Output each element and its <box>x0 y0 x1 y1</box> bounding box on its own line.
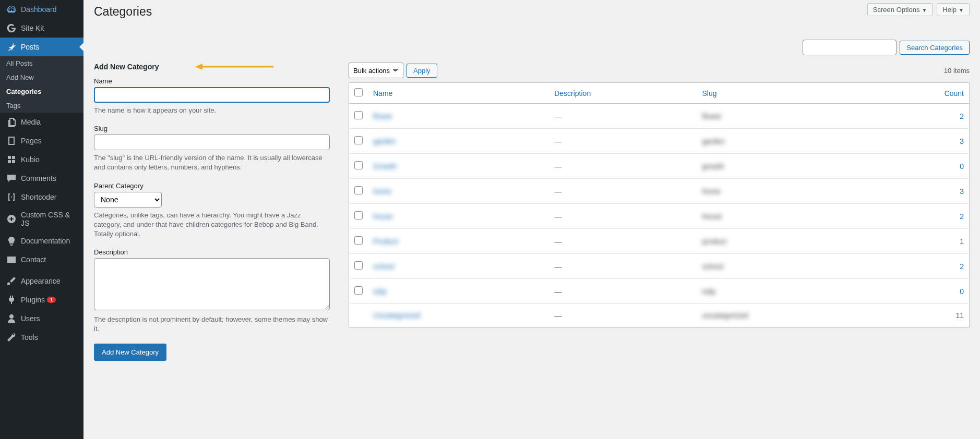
row-checkbox[interactable] <box>354 161 363 169</box>
top-buttons: Screen Options▼ Help▼ <box>867 3 970 16</box>
category-slug: home <box>697 179 875 204</box>
sidebar-item-label: Site Kit <box>21 24 44 32</box>
sidebar-item-users[interactable]: Users <box>0 309 83 328</box>
column-slug-header[interactable]: Slug <box>702 89 717 97</box>
help-button[interactable]: Help▼ <box>937 3 970 16</box>
description-help: The description is not prominent by defa… <box>94 315 330 334</box>
sidebar-item-posts[interactable]: Posts <box>0 38 83 56</box>
search-categories-input[interactable] <box>803 40 897 55</box>
plug-icon <box>6 295 17 305</box>
sidebar-item-customcssjs[interactable]: Custom CSS & JS <box>0 206 83 231</box>
category-count-link[interactable]: 3 <box>960 187 964 196</box>
parent-category-select[interactable]: None <box>94 192 162 208</box>
category-name-link[interactable]: tulip <box>373 287 387 296</box>
sidebar-item-shortcoder[interactable]: Shortcoder <box>0 188 83 206</box>
category-slug: house <box>697 204 875 229</box>
sidebar-item-label: Custom CSS & JS <box>21 211 77 227</box>
apply-bulk-action-button[interactable]: Apply <box>407 64 437 78</box>
sidebar-item-tools[interactable]: Tools <box>0 328 83 347</box>
column-count-header[interactable]: Count <box>945 89 964 97</box>
wrench-icon <box>6 332 17 343</box>
google-icon <box>6 23 17 33</box>
category-name-link[interactable]: school <box>373 262 394 271</box>
sidebar-sub-add-new[interactable]: Add New <box>0 70 83 84</box>
sidebar-sub-categories[interactable]: Categories <box>0 84 83 99</box>
sidebar-item-label: Shortcoder <box>21 193 56 201</box>
category-count-link[interactable]: 1 <box>960 237 964 246</box>
sidebar-item-pages[interactable]: Pages <box>0 131 83 150</box>
column-description-header[interactable]: Description <box>554 89 591 97</box>
sidebar-item-dashboard[interactable]: Dashboard <box>0 0 83 19</box>
category-slug: school <box>697 254 875 279</box>
category-count-link[interactable]: 2 <box>960 112 964 120</box>
category-count-link[interactable]: 3 <box>960 137 964 145</box>
row-checkbox[interactable] <box>354 286 363 295</box>
column-name-header[interactable]: Name <box>373 89 392 97</box>
category-slug-input[interactable] <box>94 135 330 150</box>
category-count-link[interactable]: 2 <box>960 262 964 271</box>
bulk-actions-select[interactable]: Bulk actions <box>349 63 403 78</box>
sidebar-sub-tags[interactable]: Tags <box>0 99 83 113</box>
category-slug: product <box>697 229 875 254</box>
sidebar-item-kubio[interactable]: Kubio <box>0 150 83 169</box>
sidebar-item-label: Appearance <box>21 277 61 285</box>
select-all-checkbox[interactable] <box>354 88 363 96</box>
arrow-annotation-icon <box>195 63 273 70</box>
category-description: — <box>549 154 697 179</box>
screen-options-button[interactable]: Screen Options▼ <box>867 3 933 16</box>
row-checkbox[interactable] <box>354 211 363 219</box>
category-name-link[interactable]: Uncategorized <box>373 311 420 320</box>
sidebar-item-label: Media <box>21 118 41 126</box>
table-row: Growth—growth0 <box>349 154 970 179</box>
category-count-link[interactable]: 11 <box>955 311 964 320</box>
category-count-link[interactable]: 2 <box>960 212 964 221</box>
category-name-link[interactable]: flower <box>373 112 392 120</box>
row-checkbox[interactable] <box>354 111 363 119</box>
sidebar-item-sitekit[interactable]: Site Kit <box>0 19 83 38</box>
sidebar-submenu-posts: All Posts Add New Categories Tags <box>0 56 83 113</box>
category-count-link[interactable]: 0 <box>960 287 964 296</box>
add-new-category-button[interactable]: Add New Category <box>94 344 166 361</box>
category-name-link[interactable]: house <box>373 212 393 221</box>
category-description: — <box>549 304 697 327</box>
sidebar-item-appearance[interactable]: Appearance <box>0 272 83 290</box>
row-checkbox[interactable] <box>354 136 363 144</box>
sidebar-item-contact[interactable]: Contact <box>0 250 83 269</box>
sidebar-item-label: Dashboard <box>21 5 57 14</box>
table-row: tulip—tulip0 <box>349 279 970 304</box>
category-name-link[interactable]: Product <box>373 237 398 246</box>
sidebar-item-comments[interactable]: Comments <box>0 169 83 188</box>
category-name-link[interactable]: Growth <box>373 162 397 170</box>
page-title: Categories <box>94 0 970 21</box>
table-row: home—home3 <box>349 179 970 204</box>
row-checkbox[interactable] <box>354 186 363 194</box>
category-name-link[interactable]: garden <box>373 137 396 145</box>
category-slug: tulip <box>697 279 875 304</box>
pin-icon <box>6 42 17 52</box>
admin-sidebar: Dashboard Site Kit Posts All Posts Add N… <box>0 0 83 439</box>
shortcode-icon <box>6 192 17 202</box>
main-content: Screen Options▼ Help▼ Categories Search … <box>83 0 980 439</box>
add-category-form: Add New Category Name The name is how it… <box>94 63 330 361</box>
sidebar-item-label: Tools <box>21 333 38 342</box>
slug-label: Slug <box>94 125 330 132</box>
category-description-textarea[interactable] <box>94 258 330 310</box>
sidebar-item-media[interactable]: Media <box>0 113 83 131</box>
description-label: Description <box>94 248 330 256</box>
category-name-link[interactable]: home <box>373 187 391 196</box>
sidebar-sub-all-posts[interactable]: All Posts <box>0 56 83 70</box>
user-icon <box>6 313 17 324</box>
row-checkbox[interactable] <box>354 236 363 245</box>
sidebar-item-documentation[interactable]: Documentation <box>0 231 83 250</box>
search-row: Search Categories <box>94 40 970 55</box>
sidebar-item-label: Users <box>21 314 40 323</box>
sidebar-item-plugins[interactable]: Plugins 1 <box>0 290 83 309</box>
category-name-input[interactable] <box>94 87 330 103</box>
form-heading: Add New Category <box>94 63 330 71</box>
row-checkbox[interactable] <box>354 261 363 270</box>
search-categories-button[interactable]: Search Categories <box>900 41 970 55</box>
category-count-link[interactable]: 0 <box>960 162 964 170</box>
brush-icon <box>6 276 17 286</box>
sidebar-item-label: Documentation <box>21 237 70 245</box>
sidebar-item-label: Posts <box>21 43 39 51</box>
